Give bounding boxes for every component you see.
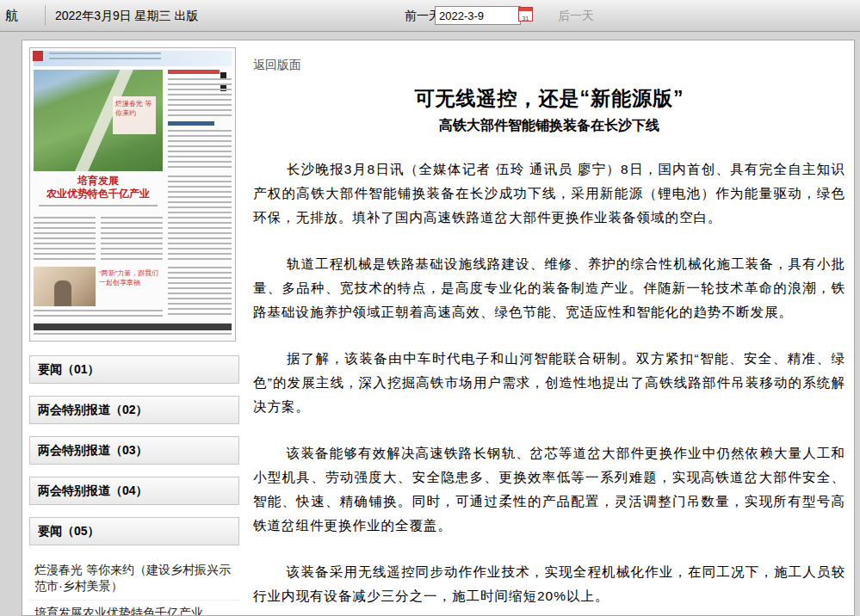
article-view: 返回版面 可无线遥控，还是“新能源版” 高铁大部件智能铺换装备在长沙下线 长沙晚… bbox=[253, 47, 845, 616]
thumb-textlines bbox=[34, 310, 163, 320]
thumb-footer-bar bbox=[34, 323, 232, 330]
sidebar-item-lianghui-03[interactable]: 两会特别报道（03） bbox=[29, 436, 239, 465]
sidebar-item-lianghui-02[interactable]: 两会特别报道（02） bbox=[29, 396, 239, 424]
sidebar-item-lianghui-04[interactable]: 两会特别报道（04） bbox=[29, 477, 239, 505]
sidebar-item-yaowen-05[interactable]: 要闻（05） bbox=[29, 517, 239, 545]
thumb-textlines bbox=[168, 267, 232, 315]
publish-date-label: 2022年3月9日 星期三 出版 bbox=[55, 0, 199, 31]
article-subtitle: 高铁大部件智能铺换装备在长沙下线 bbox=[253, 117, 845, 135]
thumb-textlines bbox=[168, 176, 232, 262]
article-list: 烂漫春光 等你来约（建设乡村振兴示范市·乡村美景） 培育发展农业优势特色千亿产业 bbox=[29, 557, 239, 616]
thumb-masthead-seal bbox=[33, 51, 43, 61]
content-panel: 烂漫春光 等你来约 培育发展 农业优势特色千亿产业 “两新”力量，跟我们一起创享… bbox=[22, 40, 855, 616]
thumb-textlines bbox=[168, 78, 232, 116]
thumb-photo-caption: 烂漫春光 等你来约 bbox=[113, 96, 156, 134]
next-day-link-disabled: 后一天 bbox=[558, 0, 594, 31]
article-paragraph: 据了解，该装备由中车时代电子和山河智能联合研制。双方紧扣“智能、安全、精准、绿色… bbox=[253, 347, 845, 419]
article-paragraph: 该装备采用无线遥控同步动作作业技术，实现全程机械化作业，在同工况下，施工人员较行… bbox=[253, 560, 845, 608]
article-paragraph: 轨道工程机械是铁路基础设施线路建设、维修、养护的综合性机械化施工装备，具有小批量… bbox=[253, 252, 845, 324]
thumb-masthead-textlines bbox=[49, 52, 161, 61]
calendar-icon[interactable] bbox=[518, 7, 533, 22]
newspaper-page-thumbnail[interactable]: 烂漫春光 等你来约 培育发展 农业优势特色千亿产业 “两新”力量，跟我们一起创享… bbox=[29, 47, 236, 342]
thumb-red-caption: “两新”力量，跟我们一起创享幸福 bbox=[99, 268, 163, 287]
thumb-textlines bbox=[101, 217, 163, 262]
thumb-right-column bbox=[168, 70, 232, 171]
thumb-textlines bbox=[168, 130, 232, 171]
article-link[interactable]: 烂漫春光 等你来约（建设乡村振兴示范市·乡村美景） bbox=[29, 557, 239, 601]
thumb-mini-headline-blue bbox=[168, 121, 214, 126]
thumb-red-headline-line1: 培育发展 bbox=[34, 175, 163, 188]
sidebar-item-yaowen-01[interactable]: 要闻（01） bbox=[29, 355, 239, 384]
date-input[interactable] bbox=[435, 6, 521, 25]
back-to-page-link[interactable]: 返回版面 bbox=[253, 58, 313, 73]
article-title: 可无线遥控，还是“新能源版” bbox=[253, 85, 845, 112]
section-list: 要闻（01） 两会特别报道（02） 两会特别报道（03） 两会特别报道（04） … bbox=[29, 355, 239, 545]
thumb-person-photo bbox=[34, 267, 96, 306]
toolbar-divider bbox=[45, 5, 46, 26]
thumb-red-headline: 培育发展 农业优势特色千亿产业 bbox=[34, 175, 163, 200]
article-link[interactable]: 培育发展农业优势特色千亿产业 bbox=[29, 601, 239, 616]
thumb-red-headline-line2: 农业优势特色千亿产业 bbox=[34, 188, 163, 200]
sidebar: 烂漫春光 等你来约 培育发展 农业优势特色千亿产业 “两新”力量，跟我们一起创享… bbox=[29, 47, 239, 616]
thumb-textlines bbox=[39, 205, 158, 208]
article-paragraph: 该装备能够有效解决高速铁路长钢轨、岔芯等道岔大部件更换作业中仍然依赖大量人工和小… bbox=[253, 441, 845, 538]
article-body: 长沙晚报3月8日讯（全媒体记者 伍玲 通讯员 廖宁）8日，国内首创、具有完全自主… bbox=[253, 157, 845, 608]
toolbar: 航 2022年3月9日 星期三 出版 前一天 后一天 bbox=[0, 0, 860, 32]
thumb-mini-headline-red bbox=[168, 70, 220, 74]
thumb-textlines bbox=[34, 217, 96, 262]
thumb-textlines bbox=[34, 333, 232, 336]
article-paragraph: 长沙晚报3月8日讯（全媒体记者 伍玲 通讯员 廖宁）8日，国内首创、具有完全自主… bbox=[253, 157, 845, 230]
nav-partial-label[interactable]: 航 bbox=[5, 0, 18, 31]
